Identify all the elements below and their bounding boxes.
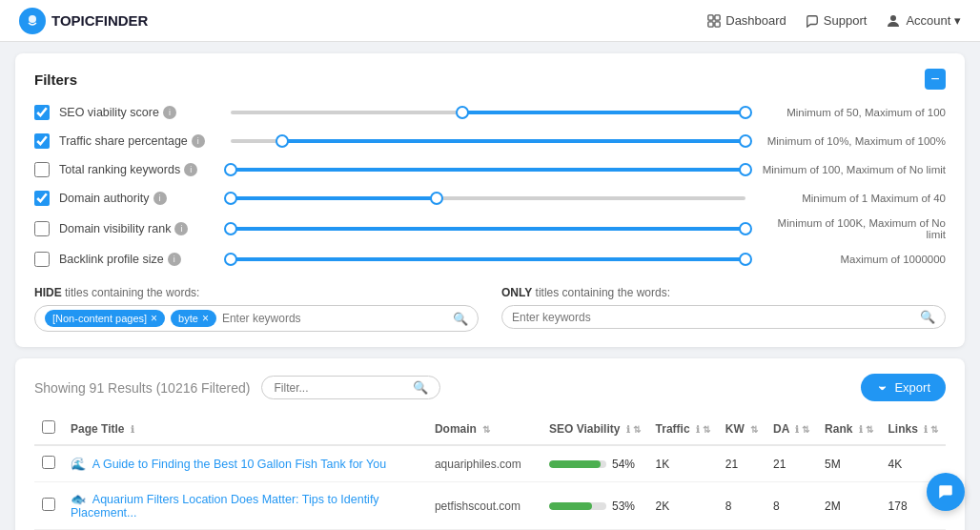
results-filter-input[interactable] <box>274 381 407 395</box>
hide-keyword-group: HIDE titles containing the words: [Non-c… <box>34 286 479 332</box>
svg-rect-1 <box>708 14 713 19</box>
filter-checkbox-seo-viability-score[interactable] <box>34 105 50 120</box>
only-search-icon[interactable]: 🔍 <box>920 310 935 324</box>
hide-label-suffix: titles containing the words: <box>65 286 199 299</box>
hide-label: HIDE titles containing the words: <box>34 286 479 299</box>
progress-bar-1 <box>549 502 606 510</box>
nav-dashboard[interactable]: Dashboard <box>707 13 786 28</box>
info-icon-domain-authority[interactable]: i <box>153 192 167 205</box>
filter-range-seo-viability-score: Minimum of 50, Maximum of 100 <box>755 107 946 118</box>
slider-track-backlink-profile <box>231 257 745 261</box>
slider-thumb1-traffic-share[interactable] <box>276 134 289 148</box>
results-filter-wrap[interactable]: 🔍 <box>261 376 440 399</box>
info-icon-domain-visibility[interactable]: i <box>174 222 188 235</box>
slider-thumb2-total-ranking[interactable] <box>739 163 752 176</box>
slider-fill-domain-authority <box>231 196 437 200</box>
info-icon-traffic-share[interactable]: i <box>192 134 205 148</box>
col-traffic: Traffic ℹ ⇅ <box>648 413 718 445</box>
domain-sort-icon[interactable]: ⇅ <box>482 424 490 435</box>
nav-account[interactable]: Account ▾ <box>886 13 961 29</box>
slider-traffic-share[interactable] <box>231 132 745 151</box>
info-icon-backlink-profile[interactable]: i <box>168 253 181 266</box>
info-icon-total-ranking[interactable]: i <box>184 163 197 176</box>
filters-toggle[interactable]: − <box>925 69 946 90</box>
slider-track-traffic-share <box>231 139 745 143</box>
navbar: TOPICFINDER Dashboard Support Account ▾ <box>0 0 980 42</box>
page-title-link-0[interactable]: A Guide to Finding the Best 10 Gallon Fi… <box>92 458 386 471</box>
export-button[interactable]: Export <box>861 374 946 401</box>
filter-rows: SEO viability score i Minimum of 50, Max… <box>34 103 946 269</box>
links-sort-icon[interactable]: ℹ ⇅ <box>924 424 938 435</box>
col-da: DA ℹ ⇅ <box>766 413 817 445</box>
filter-checkbox-domain-visibility[interactable] <box>34 221 50 236</box>
logo-icon <box>19 8 46 34</box>
row-checkbox-1[interactable] <box>42 498 55 511</box>
filter-checkbox-total-ranking[interactable] <box>34 162 50 177</box>
row-checkbox-0[interactable] <box>42 456 55 469</box>
slider-thumb2-seo-viability-score[interactable] <box>739 106 752 119</box>
slider-thumb2-domain-authority[interactable] <box>430 192 443 205</box>
tag-remove-non-content[interactable]: × <box>151 312 157 325</box>
slider-track-seo-viability-score <box>231 111 745 114</box>
slider-thumb1-seo-viability-score[interactable] <box>456 106 469 119</box>
rank-sort-icon[interactable]: ℹ ⇅ <box>859 424 873 435</box>
traffic-sort-icon[interactable]: ℹ ⇅ <box>696 424 710 435</box>
cell-kw-0: 21 <box>718 445 766 482</box>
slider-backlink-profile[interactable] <box>231 250 745 269</box>
slider-thumb2-domain-visibility[interactable] <box>739 222 752 235</box>
svg-rect-3 <box>708 21 713 26</box>
seo-bar-cell-1: 53% <box>549 499 641 513</box>
slider-total-ranking[interactable] <box>231 160 745 179</box>
page-title-link-1[interactable]: Aquarium Filters Location Does Matter: T… <box>71 493 379 520</box>
cell-rank-1: 2M <box>817 482 880 530</box>
slider-thumb2-backlink-profile[interactable] <box>739 253 752 266</box>
select-all-checkbox[interactable] <box>42 420 55 434</box>
seo-pct-0: 54% <box>612 458 635 471</box>
hide-input-wrap[interactable]: [Non-content pages] × byte × 🔍 <box>34 305 479 332</box>
slider-thumb2-traffic-share[interactable] <box>739 134 752 148</box>
keyword-section: HIDE titles containing the words: [Non-c… <box>34 286 946 332</box>
tag-remove-byte[interactable]: × <box>202 312 209 325</box>
filter-checkbox-traffic-share[interactable] <box>34 133 50 149</box>
nav-support[interactable]: Support <box>806 13 868 28</box>
slider-thumb1-domain-authority[interactable] <box>224 192 237 205</box>
cell-title-1: 🐟 Aquarium Filters Location Does Matter:… <box>63 482 427 530</box>
filter-range-traffic-share: Minimum of 10%, Maximum of 100% <box>755 135 946 147</box>
info-icon-seo-viability-score[interactable]: i <box>163 106 176 119</box>
progress-fill-0 <box>549 460 601 468</box>
links-1: 178 <box>888 499 908 513</box>
tag-non-content: [Non-content pages] × <box>45 310 165 327</box>
slider-thumb1-domain-visibility[interactable] <box>224 222 237 235</box>
slider-domain-visibility[interactable] <box>231 219 745 238</box>
filter-checkbox-domain-authority[interactable] <box>34 191 50 206</box>
slider-thumb1-total-ranking[interactable] <box>224 163 237 176</box>
slider-thumb1-backlink-profile[interactable] <box>224 253 237 266</box>
svg-rect-4 <box>715 21 720 26</box>
slider-seo-viability-score[interactable] <box>231 103 745 122</box>
kw-0: 21 <box>725 458 738 471</box>
only-label-suffix: titles containing the words: <box>536 286 670 299</box>
results-card: Showing 91 Results (10216 Filtered) 🔍 Ex… <box>15 358 965 530</box>
kw-sort-icon[interactable]: ⇅ <box>750 424 758 435</box>
svg-point-0 <box>29 15 36 23</box>
main-content: Filters − SEO viability score i Minimum … <box>0 42 980 530</box>
rank-0: 5M <box>825 458 841 471</box>
nav-right: Dashboard Support Account ▾ <box>707 13 961 29</box>
filter-checkbox-backlink-profile[interactable] <box>34 252 50 267</box>
col-links: Links ℹ ⇅ <box>881 413 946 445</box>
hide-search-icon[interactable]: 🔍 <box>453 312 468 326</box>
da-sort-icon[interactable]: ℹ ⇅ <box>795 424 809 435</box>
seo-bar-cell-0: 54% <box>549 458 641 471</box>
page-icon-1: 🐟 <box>71 492 86 506</box>
filters-title: Filters <box>34 71 77 88</box>
results-count: Showing 91 Results <box>34 380 153 396</box>
slider-domain-authority[interactable] <box>231 189 745 208</box>
only-label-prefix: ONLY <box>501 286 532 299</box>
only-keyword-input[interactable] <box>512 311 914 324</box>
hide-keyword-input[interactable] <box>222 312 447 325</box>
only-input-wrap[interactable]: 🔍 <box>501 305 946 329</box>
chat-bubble[interactable] <box>927 473 965 511</box>
hide-label-prefix: HIDE <box>34 286 62 299</box>
slider-fill-seo-viability-score <box>462 111 745 114</box>
seo-sort-icon[interactable]: ℹ ⇅ <box>626 424 641 435</box>
